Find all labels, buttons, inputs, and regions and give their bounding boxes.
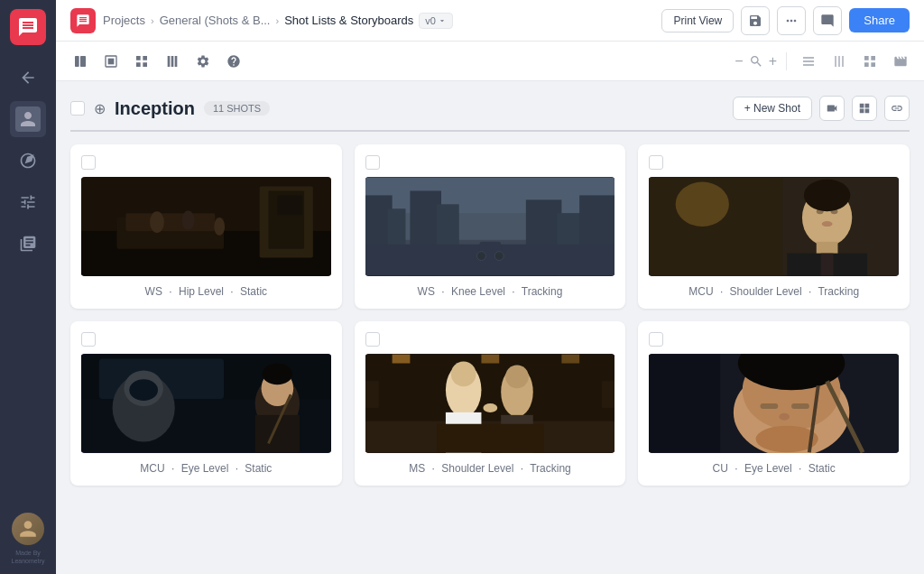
zoom-in-button[interactable]: + bbox=[769, 53, 777, 69]
sidebar-library[interactable] bbox=[10, 226, 46, 262]
svg-point-51 bbox=[263, 364, 293, 385]
sidebar-sliders[interactable] bbox=[10, 184, 46, 220]
shot-label: WS · Knee Level · Tracking bbox=[365, 285, 615, 298]
zoom-out-button[interactable]: − bbox=[735, 53, 743, 69]
scene-header: ⊕ Inception 11 SHOTS + New Shot bbox=[70, 96, 910, 132]
shot-checkbox[interactable] bbox=[81, 155, 96, 170]
svg-point-69 bbox=[505, 366, 529, 389]
svg-rect-80 bbox=[761, 403, 779, 409]
layout-icon bbox=[858, 102, 871, 115]
comment-button[interactable] bbox=[813, 6, 842, 35]
svg-rect-4 bbox=[168, 56, 171, 67]
shot-checkbox[interactable] bbox=[649, 332, 663, 347]
shot-card[interactable]: WS · Hip Level · Static bbox=[70, 144, 342, 309]
breadcrumb-current[interactable]: Shot Lists & Storyboards bbox=[284, 14, 413, 27]
shot-image bbox=[365, 177, 615, 276]
shot-checkbox[interactable] bbox=[649, 155, 663, 170]
shot-label: MCU · Eye Level · Static bbox=[81, 462, 331, 475]
version-badge[interactable]: v0 bbox=[419, 13, 453, 29]
svg-point-13 bbox=[214, 218, 225, 236]
app-logo[interactable] bbox=[10, 9, 46, 45]
column-tool[interactable] bbox=[159, 48, 186, 75]
toolbar-right: − + bbox=[735, 49, 913, 74]
breadcrumb-projects[interactable]: Projects bbox=[103, 14, 145, 27]
save-icon-button[interactable] bbox=[741, 6, 770, 35]
panel-tool[interactable] bbox=[67, 48, 94, 75]
topbar-right: Print View Share bbox=[661, 6, 910, 35]
svg-rect-71 bbox=[365, 381, 379, 408]
view-grid-button[interactable] bbox=[857, 49, 882, 74]
comment-icon bbox=[820, 14, 835, 28]
shot-image bbox=[649, 354, 899, 453]
main-content: Projects › General (Shots & B... › Shot … bbox=[56, 0, 924, 574]
columns-icon bbox=[832, 54, 846, 69]
shot-scene-1 bbox=[81, 177, 331, 276]
sidebar-discover[interactable] bbox=[10, 143, 46, 179]
shot-image bbox=[365, 354, 615, 453]
user-avatar[interactable] bbox=[12, 513, 44, 545]
shot-card[interactable]: MS · Shoulder Level · Tracking bbox=[355, 321, 626, 486]
svg-rect-0 bbox=[75, 56, 79, 67]
svg-rect-38 bbox=[821, 254, 834, 276]
scene-video-button[interactable] bbox=[819, 96, 845, 121]
print-view-button[interactable]: Print View bbox=[661, 9, 734, 32]
breadcrumb-general[interactable]: General (Shots & B... bbox=[160, 14, 271, 27]
shots-badge: 11 SHOTS bbox=[204, 101, 270, 116]
shot-grid: WS · Hip Level · Static bbox=[70, 144, 910, 486]
arrow-left-icon bbox=[19, 69, 37, 87]
scene-header-right: + New Shot bbox=[733, 96, 910, 121]
scene-link-button[interactable] bbox=[884, 96, 910, 121]
svg-rect-32 bbox=[365, 178, 615, 276]
new-shot-button[interactable]: + New Shot bbox=[733, 97, 812, 120]
save-icon bbox=[748, 14, 762, 28]
svg-point-55 bbox=[129, 379, 158, 401]
frame-tool[interactable] bbox=[97, 48, 125, 75]
settings-tool[interactable] bbox=[189, 48, 217, 75]
svg-rect-10 bbox=[125, 213, 215, 231]
sidebar-back[interactable] bbox=[10, 60, 46, 96]
svg-rect-81 bbox=[791, 403, 809, 409]
panel-icon bbox=[73, 54, 88, 69]
shot-image bbox=[649, 177, 899, 276]
view-grid-icon bbox=[863, 54, 877, 69]
svg-rect-72 bbox=[602, 381, 615, 408]
shot-scene-4 bbox=[81, 354, 331, 453]
sidebar-avatar[interactable] bbox=[10, 101, 46, 137]
shot-card[interactable]: MCU · Eye Level · Static bbox=[70, 321, 342, 486]
zoom-icon[interactable] bbox=[749, 54, 763, 69]
breadcrumb-sep-2: › bbox=[275, 15, 279, 26]
svg-rect-52 bbox=[255, 415, 300, 452]
shot-label: MCU · Shoulder Level · Tracking bbox=[649, 285, 899, 298]
svg-rect-6 bbox=[175, 56, 178, 67]
svg-point-66 bbox=[451, 362, 476, 387]
shot-card[interactable]: MCU · Shoulder Level · Tracking bbox=[638, 144, 910, 309]
help-tool[interactable] bbox=[220, 48, 247, 75]
scene-layout-button[interactable] bbox=[852, 96, 877, 121]
ellipsis-icon bbox=[784, 14, 799, 28]
svg-point-41 bbox=[822, 221, 833, 227]
more-options-button[interactable] bbox=[777, 6, 806, 35]
svg-rect-62 bbox=[481, 355, 499, 364]
topbar: Projects › General (Shots & B... › Shot … bbox=[56, 0, 924, 42]
scene-checkbox[interactable] bbox=[70, 101, 85, 116]
svg-point-44 bbox=[676, 182, 729, 227]
shot-checkbox[interactable] bbox=[365, 155, 380, 170]
sidebar: Made By Leanometry bbox=[0, 0, 56, 574]
shot-card[interactable]: WS · Knee Level · Tracking bbox=[355, 144, 626, 309]
shot-image bbox=[81, 177, 331, 276]
shot-checkbox[interactable] bbox=[81, 332, 96, 347]
share-button[interactable]: Share bbox=[849, 8, 910, 32]
grid-tool[interactable] bbox=[128, 48, 155, 75]
svg-point-70 bbox=[483, 403, 497, 412]
shot-checkbox[interactable] bbox=[365, 332, 380, 347]
view-columns-button[interactable] bbox=[827, 49, 852, 74]
shot-image bbox=[81, 354, 331, 453]
toolbar-divider bbox=[786, 52, 787, 70]
shot-label: CU · Eye Level · Static bbox=[649, 462, 899, 475]
view-film-button[interactable] bbox=[888, 49, 913, 74]
column-icon bbox=[165, 54, 180, 69]
svg-rect-1 bbox=[80, 56, 86, 67]
breadcrumb: Projects › General (Shots & B... › Shot … bbox=[103, 13, 453, 29]
view-rows-button[interactable] bbox=[796, 49, 821, 74]
shot-card[interactable]: CU · Eye Level · Static bbox=[638, 321, 910, 486]
